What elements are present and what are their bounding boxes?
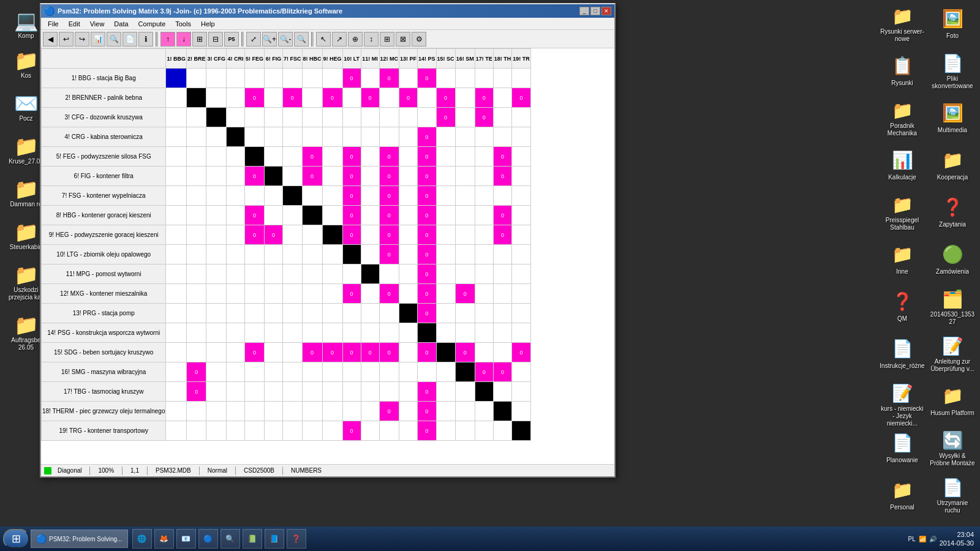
cell-14-8[interactable]: 0 — [322, 343, 342, 362]
cell-10-8[interactable] — [322, 264, 342, 284]
cell-1-4[interactable]: 0 — [245, 88, 265, 108]
toolbar-btn-15[interactable]: ↕ — [364, 32, 379, 47]
cell-7-18[interactable] — [512, 206, 531, 225]
cell-6-16[interactable] — [475, 186, 493, 206]
cell-16-3[interactable] — [227, 382, 245, 402]
menu-file[interactable]: File — [43, 19, 64, 29]
cell-14-11[interactable]: 0 — [379, 343, 399, 362]
cell-11-18[interactable] — [512, 284, 531, 304]
cell-12-14[interactable] — [436, 304, 455, 323]
cell-3-1[interactable] — [186, 127, 206, 147]
cell-11-16[interactable] — [475, 284, 493, 304]
cell-11-0[interactable] — [166, 284, 187, 304]
cell-16-12[interactable] — [399, 382, 418, 402]
cell-9-12[interactable] — [399, 245, 418, 264]
cell-6-11[interactable]: 0 — [379, 186, 399, 206]
taskbar-psm32-button[interactable]: 🔵 PSM32: Problem Solving... — [31, 530, 128, 548]
cell-3-13[interactable]: 0 — [418, 127, 437, 147]
cell-12-8[interactable] — [322, 304, 342, 323]
cell-18-11[interactable] — [379, 421, 399, 441]
cell-0-7[interactable] — [302, 69, 322, 88]
cell-15-3[interactable] — [227, 362, 245, 382]
cell-18-4[interactable] — [245, 421, 265, 441]
cell-10-16[interactable] — [475, 264, 493, 284]
cell-12-9[interactable] — [342, 304, 361, 323]
cell-2-0[interactable] — [166, 108, 187, 127]
cell-10-12[interactable] — [399, 264, 418, 284]
cell-2-16[interactable]: 0 — [475, 108, 493, 127]
cell-8-16[interactable] — [475, 225, 493, 245]
cell-17-18[interactable] — [512, 402, 531, 421]
cell-10-14[interactable] — [436, 264, 455, 284]
desktop-icon-rysunki[interactable]: 📋 Rysunki — [878, 50, 927, 93]
cell-16-11[interactable] — [379, 382, 399, 402]
cell-13-6[interactable] — [283, 323, 303, 343]
desktop-icon-personal[interactable]: 📁 Personal — [878, 474, 927, 517]
cell-0-1[interactable] — [186, 69, 206, 88]
cell-3-7[interactable] — [302, 127, 322, 147]
cell-7-3[interactable] — [227, 206, 245, 225]
cell-8-15[interactable] — [455, 225, 475, 245]
taskbar-clock[interactable]: 23:04 2014-05-30 — [940, 530, 974, 548]
cell-0-17[interactable] — [493, 69, 512, 88]
cell-17-11[interactable]: 0 — [379, 402, 399, 421]
cell-4-13[interactable]: 0 — [418, 147, 437, 167]
desktop-icon-foto[interactable]: 🖼️ Foto — [928, 3, 977, 46]
cell-9-16[interactable] — [475, 245, 493, 264]
cell-0-16[interactable] — [475, 69, 493, 88]
toolbar-btn-p5[interactable]: P5 — [224, 32, 239, 47]
cell-0-4[interactable] — [245, 69, 265, 88]
cell-11-4[interactable] — [245, 284, 265, 304]
cell-9-15[interactable] — [455, 245, 475, 264]
cell-2-5[interactable] — [265, 108, 283, 127]
cell-12-11[interactable] — [379, 304, 399, 323]
cell-16-15[interactable] — [455, 382, 475, 402]
cell-6-7[interactable] — [302, 186, 322, 206]
cell-6-18[interactable] — [512, 186, 531, 206]
cell-2-6[interactable] — [283, 108, 303, 127]
cell-0-5[interactable] — [265, 69, 283, 88]
desktop-icon-kurs[interactable]: 📝 kurs - niemiecki - Jezyk niemiecki... — [878, 380, 927, 423]
cell-9-6[interactable] — [283, 245, 303, 264]
cell-3-5[interactable] — [265, 127, 283, 147]
cell-8-0[interactable] — [166, 225, 187, 245]
cell-1-13[interactable] — [418, 88, 437, 108]
cell-5-9[interactable]: 0 — [342, 167, 361, 186]
cell-5-3[interactable] — [227, 167, 245, 186]
cell-0-12[interactable] — [399, 69, 418, 88]
cell-7-7[interactable] — [302, 206, 322, 225]
cell-5-0[interactable] — [166, 167, 187, 186]
minimize-button[interactable]: _ — [579, 7, 589, 15]
cell-16-14[interactable] — [436, 382, 455, 402]
cell-8-14[interactable] — [436, 225, 455, 245]
cell-0-11[interactable]: 0 — [379, 69, 399, 88]
cell-14-12[interactable] — [399, 343, 418, 362]
cell-5-17[interactable]: 0 — [493, 167, 512, 186]
cell-4-7[interactable]: 0 — [302, 147, 322, 167]
toolbar-btn-2[interactable]: ↩ — [59, 32, 74, 47]
toolbar-btn-1[interactable]: ◀ — [43, 32, 58, 47]
taskbar-help-button[interactable]: ❓ — [287, 529, 306, 549]
cell-17-12[interactable] — [399, 402, 418, 421]
cell-14-0[interactable] — [166, 343, 187, 362]
cell-5-4[interactable]: 0 — [245, 167, 265, 186]
desktop-icon-20140530[interactable]: 🗂️ 20140530_135327 — [928, 286, 977, 329]
cell-12-3[interactable] — [227, 304, 245, 323]
toolbar-btn-14[interactable]: ⊕ — [348, 32, 363, 47]
cell-5-15[interactable] — [455, 167, 475, 186]
cell-6-2[interactable] — [206, 186, 227, 206]
cell-7-15[interactable] — [455, 206, 475, 225]
desktop-icon-preisspiegel[interactable]: 📁 Preisspiegel Stahlbau — [878, 192, 927, 234]
cell-7-9[interactable]: 0 — [342, 206, 361, 225]
desktop-icon-anleitung[interactable]: 📝 Anleitung zur Überprüfung v... — [928, 333, 977, 376]
cell-15-13[interactable] — [418, 362, 437, 382]
cell-8-8[interactable] — [322, 225, 342, 245]
cell-5-18[interactable] — [512, 167, 531, 186]
cell-12-0[interactable] — [166, 304, 187, 323]
desktop-icon-pliki[interactable]: 📄 Pliki skonvertowane — [928, 50, 977, 93]
cell-16-0[interactable] — [166, 382, 187, 402]
cell-7-1[interactable] — [186, 206, 206, 225]
cell-14-16[interactable] — [475, 343, 493, 362]
cell-16-5[interactable] — [265, 382, 283, 402]
cell-1-1[interactable] — [186, 88, 206, 108]
